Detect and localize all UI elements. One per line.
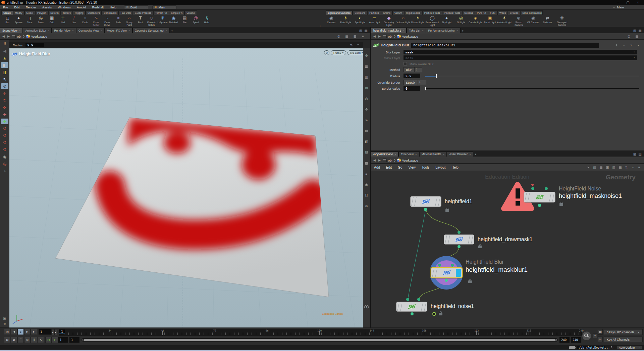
breadcrumb-current[interactable]: Workspace	[31, 35, 47, 38]
snap-magnet-icon[interactable]: Ω	[1, 147, 8, 152]
shelf-tool[interactable]: ● Sky Light	[439, 15, 454, 26]
shelf-tool[interactable]: / Line	[68, 15, 79, 26]
playback-range-slider[interactable]	[82, 338, 558, 342]
menu-item[interactable]: Windows	[55, 5, 74, 9]
node-input-dot[interactable]	[531, 187, 534, 190]
shelf-tool[interactable]: ▣ Portal Light	[483, 15, 497, 26]
pin-icon[interactable]: ⊙	[626, 34, 632, 39]
layout-grid-icon[interactable]: ▦	[634, 34, 640, 39]
split-view-icon[interactable]: ⊞	[364, 85, 369, 90]
menu-item[interactable]: Assets	[39, 5, 55, 9]
menu-item[interactable]: Redshift	[89, 5, 107, 9]
shelf-tool[interactable]: ☀ Ambient Light	[497, 15, 512, 26]
right-main-selector[interactable]: Main	[617, 5, 624, 9]
node-name-label[interactable]: heightfield_maskblur1	[466, 266, 528, 273]
shelf-tool[interactable]: ○ Volume Light	[396, 15, 411, 26]
node-name-label[interactable]: heightfield_noise1	[431, 303, 474, 309]
node-input-dot[interactable]	[451, 264, 454, 267]
network-tools-icon[interactable]: ✂	[586, 165, 591, 170]
node-output-dot[interactable]	[424, 208, 427, 211]
select-arrow-icon[interactable]: ↖	[1, 76, 8, 82]
node-heightfield-maskblur1[interactable]	[431, 267, 463, 278]
close-tab-icon[interactable]: ×	[457, 29, 458, 32]
keys-summary-button[interactable]: 0 keys, 0/0 channels ▲	[604, 329, 643, 335]
range-start2-field[interactable]: 1	[69, 337, 79, 343]
add-pane-tab-icon[interactable]: +	[461, 29, 465, 33]
shelf-tool[interactable]: ◉ VR Camera	[526, 15, 540, 26]
shelf-tool[interactable]: ◉ Camera	[324, 15, 338, 26]
help-icon[interactable]: ?	[629, 43, 634, 47]
frame-step-forward-icon[interactable]: ▶	[54, 329, 57, 335]
shelf-tab[interactable]: Lights and Cameras	[326, 10, 353, 15]
network-menu-item[interactable]: Go	[395, 166, 405, 169]
collapse-view-icon[interactable]: ⊟	[364, 150, 369, 155]
shelf-tab[interactable]: Wires	[497, 10, 508, 15]
sort-icon[interactable]: ⇅	[624, 165, 629, 170]
refresh-icon[interactable]: ↻	[2, 321, 7, 326]
pane-tab[interactable]: Render View ×	[52, 28, 76, 33]
border-value-field[interactable]: 0	[404, 86, 420, 91]
viewport-3d-canvas[interactable]	[9, 48, 363, 327]
shelf-tool[interactable]: ✛ Null	[57, 15, 68, 26]
shelf-tool[interactable]: ☀ Distant Light	[411, 15, 425, 26]
pane-menu-icon[interactable]: ▤	[637, 28, 643, 33]
shelf-tab[interactable]: FEM	[488, 10, 497, 15]
close-tab-icon[interactable]: ×	[48, 29, 50, 32]
network-menu-icon[interactable]: ≡	[637, 165, 642, 170]
shelf-tab[interactable]: Texture	[61, 10, 73, 15]
playback-options-icon[interactable]: ∿	[38, 337, 44, 343]
channel-editor-icon[interactable]: ▩	[598, 329, 603, 335]
close-tab-icon[interactable]: ×	[469, 153, 471, 156]
pane-tab[interactable]: Asset Browser ×	[447, 151, 473, 157]
global-anim-options-icon[interactable]: ⊕	[24, 337, 31, 343]
pin-icon[interactable]: ⊙	[336, 34, 341, 39]
add-pane-tab-icon[interactable]: +	[473, 152, 478, 157]
recook-icon[interactable]: ↻	[609, 345, 615, 350]
camera-lock-icon[interactable]: ⊙	[324, 50, 329, 55]
pane-link-selector[interactable]: ✱ Main ↕	[152, 5, 176, 9]
go-start-button[interactable]: |◀	[4, 329, 10, 335]
menu-item[interactable]: Edit	[11, 5, 22, 9]
close-tab-icon[interactable]: ×	[19, 29, 21, 32]
pane-tab[interactable]: Motion FX View ×	[105, 28, 132, 33]
close-tab-icon[interactable]: ×	[443, 153, 445, 156]
pane-tab[interactable]: Material Palette ×	[419, 151, 447, 157]
shelf-tab[interactable]: Collisions	[353, 10, 367, 15]
key-all-channels-dropdown[interactable]: Key All Channels ↕	[604, 337, 643, 342]
add-shelf-tab-icon[interactable]: +	[184, 11, 188, 15]
prev-key-button[interactable]: |◀	[45, 337, 52, 343]
pane-menu-icon[interactable]: ▤	[637, 152, 643, 157]
pane-split-icon[interactable]: ⊞	[632, 152, 637, 157]
pane-split-icon[interactable]: ⊞	[358, 28, 363, 33]
add-shelf-tab-icon[interactable]: +	[539, 11, 544, 15]
pane-split-icon[interactable]: ⊞	[632, 28, 637, 33]
close-icon[interactable]: ×	[635, 0, 641, 5]
forward-icon[interactable]: ▶	[378, 35, 381, 38]
shelf-tool[interactable]: ◐ Spot Light	[353, 15, 367, 26]
display-options-icon[interactable]: ≡	[364, 171, 369, 176]
go-end-button[interactable]: ▶|	[31, 329, 37, 335]
zoom-network-icon[interactable]: ○	[630, 165, 636, 170]
view-option-icon[interactable]: ⊙	[364, 53, 369, 58]
node-name-label[interactable]: heightfield_drawmask1	[478, 236, 533, 243]
back-icon[interactable]: ◀	[373, 35, 376, 38]
shelf-tab[interactable]: Particle Fluids	[422, 10, 442, 15]
list-view-icon[interactable]: ▤	[592, 165, 597, 170]
node-output-dot[interactable]	[411, 312, 414, 315]
pane-options-icon[interactable]: ≡	[360, 34, 366, 39]
snap-grid-icon[interactable]: Ω	[1, 126, 8, 131]
shelf-tool[interactable]: ∴ Spray Paint	[124, 15, 135, 26]
play-reverse-button[interactable]: ◀	[11, 329, 17, 335]
pane-tab[interactable]: heightfield_maskblur1 ×	[371, 28, 407, 33]
range-end-field[interactable]: 240	[559, 337, 570, 343]
gear-menu-icon[interactable]: ✛	[614, 43, 619, 47]
radius-field[interactable]: 5.5	[404, 74, 420, 78]
compare-icon[interactable]: ◐	[636, 43, 641, 47]
range-start-field[interactable]: 1	[58, 337, 68, 343]
spinner-icon[interactable]: ↕	[173, 6, 175, 8]
close-tab-icon[interactable]: ×	[72, 29, 74, 32]
translate-tool-icon[interactable]: ✛	[1, 90, 8, 96]
material-display-icon[interactable]: ▩	[364, 161, 369, 165]
pane-tab[interactable]: Take List ×	[407, 28, 426, 33]
pane-tab[interactable]: /obj/Workspace ×	[371, 151, 398, 157]
